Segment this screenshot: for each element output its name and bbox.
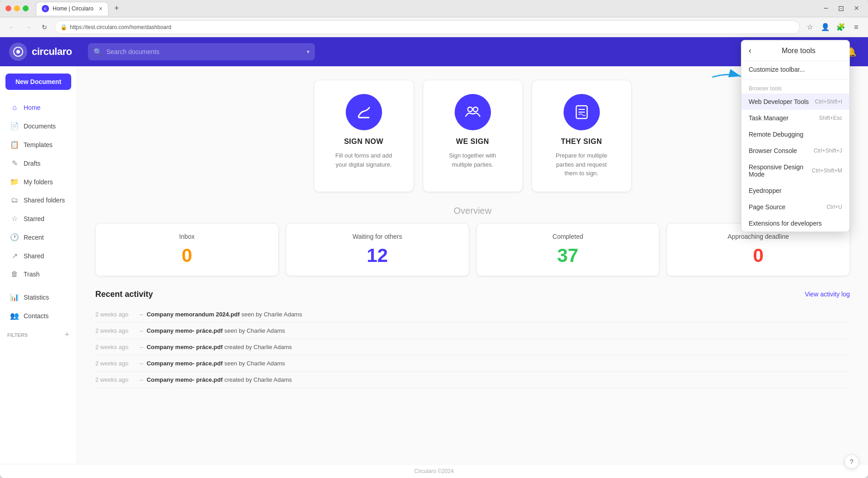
activity-desc: Company memorandum 2024.pdf seen by Char… (147, 311, 850, 318)
activity-time: 2 weeks ago (95, 344, 136, 350)
extensions-for-developers-item[interactable]: Extensions for developers (741, 215, 849, 232)
page-source-shortcut: Ctrl+U (827, 204, 842, 210)
sidebar-item-starred[interactable]: ☆ Starred (3, 210, 74, 227)
sidebar-label-shared-folders: Shared folders (24, 197, 65, 204)
we-sign-card[interactable]: WE SIGN Sign together with multiple part… (423, 80, 523, 192)
sidebar-nav: ⌂ Home 📄 Documents 📋 Templates ✎ Drafts (0, 99, 77, 325)
maximize-window-button[interactable] (23, 5, 29, 11)
overview-card-waiting: Waiting for others 12 (286, 223, 469, 276)
recent-activity-title: Recent activity (95, 290, 153, 299)
new-tab-button[interactable]: + (110, 2, 123, 15)
logo-text: circularo (32, 46, 72, 58)
logo: circularo (9, 43, 72, 61)
we-sign-title: WE SIGN (441, 138, 504, 146)
completed-value: 37 (486, 245, 650, 266)
waiting-value: 12 (295, 245, 460, 266)
sidebar-item-templates[interactable]: 📋 Templates (3, 136, 74, 153)
sidebar-item-trash[interactable]: 🗑 Trash (3, 266, 74, 283)
browser-console-item[interactable]: Browser Console Ctrl+Shift+J (741, 143, 849, 159)
recent-section: Recent activity View activity log 2 week… (95, 290, 850, 388)
task-manager-item[interactable]: Task Manager Shift+Esc (741, 110, 849, 126)
drafts-icon: ✎ (10, 159, 19, 168)
sidebar-label-templates: Templates (24, 141, 53, 148)
task-manager-label: Task Manager (749, 114, 789, 122)
menu-button[interactable]: ≡ (850, 21, 863, 34)
address-bar[interactable]: 🔒 https://test.circularo.com/home/dashbo… (54, 20, 800, 34)
dropdown-title: More tools (755, 47, 842, 55)
sidebar-label-trash: Trash (24, 271, 39, 278)
eyedropper-item[interactable]: Eyedropper (741, 182, 849, 199)
new-document-button[interactable]: New Document (5, 74, 71, 90)
page-source-label: Page Source (749, 203, 785, 211)
they-sign-card[interactable]: THEY SIGN Prepare for multiple parties a… (532, 80, 632, 192)
inbox-label: Inbox (105, 233, 269, 240)
tab-title: Home | Circularo (53, 5, 95, 12)
browser-tab[interactable]: C Home | Circularo × (36, 2, 108, 15)
extensions-button[interactable]: 🧩 (834, 21, 847, 34)
dropdown-back-button[interactable]: ‹ (749, 46, 751, 55)
sign-now-desc: Fill out forms and add your digital sign… (333, 151, 395, 169)
sign-now-card[interactable]: SIGN NOW Fill out forms and add your dig… (314, 80, 414, 192)
bookmarks-button[interactable]: ☆ (804, 21, 816, 34)
close-window-button[interactable] (5, 5, 11, 11)
profile-button[interactable]: 👤 (819, 21, 832, 34)
back-button[interactable]: ← (5, 21, 18, 34)
footer: Circularo ©2024 (0, 464, 868, 478)
sidebar-item-home[interactable]: ⌂ Home (3, 99, 74, 116)
search-dropdown-icon[interactable]: ▾ (307, 49, 309, 55)
sidebar-item-documents[interactable]: 📄 Documents (3, 117, 74, 135)
reload-button[interactable]: ↻ (38, 21, 51, 34)
search-input-wrap: 🔍 ▾ (88, 43, 315, 60)
sidebar-item-drafts[interactable]: ✎ Drafts (3, 154, 74, 172)
minimize-browser-button[interactable]: − (820, 4, 832, 13)
statistics-icon: 📊 (10, 293, 19, 301)
sidebar-label-my-folders: My folders (24, 178, 53, 186)
overview-title: Overview (95, 206, 850, 216)
arrow-svg (709, 68, 745, 86)
sidebar-item-my-folders[interactable]: 📁 My folders (3, 173, 74, 191)
sidebar-item-statistics[interactable]: 📊 Statistics (3, 288, 74, 306)
filters-add-button[interactable]: + (64, 330, 69, 340)
help-button[interactable]: ? (844, 454, 859, 469)
overview-card-inbox: Inbox 0 (95, 223, 279, 276)
minimize-window-button[interactable] (14, 5, 20, 11)
view-activity-log-link[interactable]: View activity log (805, 291, 850, 298)
customize-toolbar-item[interactable]: Customize toolbar... (741, 61, 849, 78)
restore-browser-button[interactable]: ⊡ (834, 4, 848, 13)
activity-time: 2 weeks ago (95, 360, 136, 367)
app-navbar: circularo 🔍 ▾ 🔔 (0, 37, 868, 66)
svg-point-4 (473, 107, 478, 112)
sidebar-label-shared: Shared (24, 252, 44, 260)
close-browser-button[interactable]: × (850, 4, 863, 13)
tab-favicon: C (42, 5, 49, 12)
page-source-item[interactable]: Page Source Ctrl+U (741, 199, 849, 215)
responsive-design-item[interactable]: Responsive Design Mode Ctrl+Shift+M (741, 159, 849, 182)
tab-close-button[interactable]: × (99, 5, 103, 12)
activity-time: 2 weeks ago (95, 311, 136, 318)
sidebar-item-contacts[interactable]: 👥 Contacts (3, 307, 74, 325)
svg-point-1 (16, 50, 20, 54)
activity-time: 2 weeks ago (95, 376, 136, 383)
overview-section: Overview Inbox 0 Waiting for others 12 C… (95, 206, 850, 276)
sidebar-item-shared-folders[interactable]: 🗂 Shared folders (3, 192, 74, 209)
shared-icon: ↗ (10, 251, 19, 260)
activity-desc: Company memo- práce.pdf seen by Charlie … (147, 327, 850, 334)
forward-button[interactable]: → (22, 21, 34, 34)
sidebar-item-shared[interactable]: ↗ Shared (3, 247, 74, 265)
sidebar-item-recent[interactable]: 🕐 Recent (3, 228, 74, 246)
sidebar-label-recent: Recent (24, 234, 44, 241)
task-manager-shortcut: Shift+Esc (819, 115, 842, 121)
traffic-lights (5, 5, 29, 11)
sidebar-label-statistics: Statistics (24, 294, 49, 301)
filters-label: FILTERS (7, 332, 28, 338)
browser-actions: ☆ 👤 🧩 ≡ (804, 21, 863, 34)
web-developer-tools-item[interactable]: Web Developer Tools Ctrl+Shift+I (741, 94, 849, 110)
remote-debugging-label: Remote Debugging (749, 131, 804, 138)
trash-icon: 🗑 (10, 270, 19, 278)
we-sign-svg (464, 103, 482, 121)
inbox-value: 0 (105, 245, 269, 266)
my-folders-icon: 📁 (10, 177, 19, 186)
sidebar-label-documents: Documents (24, 123, 56, 130)
remote-debugging-item[interactable]: Remote Debugging (741, 126, 849, 143)
search-input[interactable] (106, 48, 303, 55)
